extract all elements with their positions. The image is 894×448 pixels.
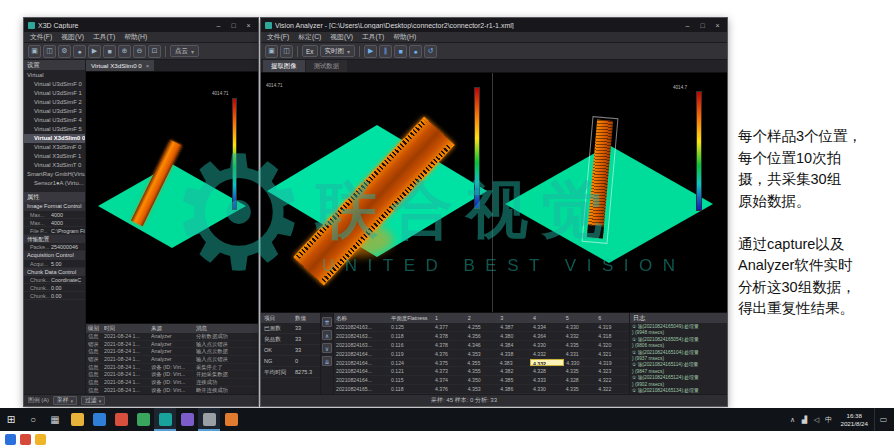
tab-test-data[interactable]: 测试数据 xyxy=(306,60,348,72)
table-row[interactable]: 20210824163...0.1184.3784.3564.3804.3644… xyxy=(334,332,629,341)
tree-item[interactable]: Virtual X3dSlim0 0 xyxy=(24,134,85,143)
menu-item[interactable]: 文件(F) xyxy=(30,32,52,42)
ex-button[interactable]: Ex xyxy=(302,45,318,57)
property-row[interactable]: Chunk...0.00 xyxy=(24,284,85,292)
log-row[interactable]: 信息2021-08-24 1...设备 (ID: Virt...断开连接成功 xyxy=(86,387,258,394)
table-row[interactable]: 20210824164...0.1214.3734.3554.3824.3284… xyxy=(334,367,629,376)
summary-row[interactable]: NG0 xyxy=(261,356,320,367)
log-row[interactable]: 信息2021-08-24 1...设备 (ID: Virt...开始采集数据 xyxy=(86,371,258,379)
start-button[interactable]: ⊞ xyxy=(0,408,22,431)
menu-item[interactable]: 工具(T) xyxy=(93,32,115,42)
scroll-up-icon[interactable]: ∧ xyxy=(322,330,332,340)
stop-icon[interactable]: ■ xyxy=(394,45,407,58)
open-folder-icon[interactable]: ◫ xyxy=(280,45,293,58)
ime-indicator[interactable]: 中 xyxy=(822,408,834,431)
tree-item[interactable]: Virtual U3dSimF 0 xyxy=(24,80,85,89)
summary-row[interactable]: OK33 xyxy=(261,345,320,356)
display-mode-dropdown[interactable]: 实时图 xyxy=(320,45,356,57)
menu-item[interactable]: 视图(V) xyxy=(330,32,353,42)
log-text[interactable]: ① 输(20210824165049):处理量 ) (9948 msecs) ①… xyxy=(630,323,727,394)
menu-item[interactable]: 工具(T) xyxy=(362,32,384,42)
log-row[interactable]: 错误2021-08-24 1...Analyzer输入点云错误 xyxy=(86,356,258,364)
app-icon-purple[interactable] xyxy=(176,408,198,431)
scroll-bottom-icon[interactable]: ⇊ xyxy=(322,356,332,366)
file-explorer-icon[interactable] xyxy=(66,408,88,431)
analyzer-3d-viewport-secondary[interactable]: 4014.7 xyxy=(493,73,727,312)
table-column-header[interactable]: 4 xyxy=(531,313,564,323)
shortcut-red[interactable] xyxy=(20,434,31,445)
tree-item[interactable]: Virtual U3dSimF 3 xyxy=(24,107,85,116)
zoom-in-icon[interactable]: ⊕ xyxy=(118,45,131,58)
app-icon-orange[interactable] xyxy=(220,408,242,431)
menu-item[interactable]: 视图(V) xyxy=(61,32,84,42)
table-column-header[interactable]: 1 xyxy=(433,313,466,323)
scroll-top-icon[interactable]: ⇈ xyxy=(322,317,332,327)
property-row[interactable]: Chunk...0.00 xyxy=(24,292,85,300)
log-row[interactable]: 信息2021-08-24 1...设备 (ID: Virt...采集停止了 xyxy=(86,364,258,372)
run-icon[interactable]: ▶ xyxy=(364,45,377,58)
table-row[interactable]: 20210824165...0.1184.3764.3534.3864.3304… xyxy=(334,385,629,394)
loop-icon[interactable]: ↺ xyxy=(424,45,437,58)
settings-icon[interactable]: ⚙ xyxy=(58,45,71,58)
log-row[interactable]: 信息2021-08-24 1...Analyzer输入点云数据 xyxy=(86,348,258,356)
analyzer-3d-viewport-main[interactable]: 4014.71 xyxy=(261,73,493,312)
table-row[interactable]: 20210824163...0.1164.3784.3464.3844.3304… xyxy=(334,341,629,350)
filter-dropdown[interactable]: 过滤 xyxy=(81,396,105,405)
close-button[interactable]: × xyxy=(710,19,725,31)
menu-item[interactable]: 标定(C) xyxy=(298,32,321,42)
capture-titlebar[interactable]: X3D Capture – □ × xyxy=(24,18,258,32)
table-column-header[interactable]: 2 xyxy=(466,313,499,323)
capture-3d-viewport[interactable]: 4014.71 xyxy=(86,72,258,323)
table-column-header[interactable]: 名称 xyxy=(334,313,389,323)
table-row[interactable]: 20210824164...0.1194.3764.3534.3384.3324… xyxy=(334,350,629,359)
tree-item[interactable]: Virtual U3dSimF 4 xyxy=(24,116,85,125)
capture-app-icon[interactable] xyxy=(154,408,176,431)
taskbar-clock[interactable]: 16:38 2021/8/24 xyxy=(836,412,872,427)
table-column-header[interactable]: 平面度Flatness xyxy=(389,313,433,323)
viewport-tab[interactable]: Virtual X3dSlim0 0 xyxy=(86,60,154,71)
property-row[interactable]: Chunk...CoordinateC xyxy=(24,276,85,284)
edge-icon[interactable] xyxy=(88,408,110,431)
property-row[interactable]: Acqui...5.00 xyxy=(24,260,85,268)
open-folder-icon[interactable]: ◫ xyxy=(43,45,56,58)
tray-expand-icon[interactable]: ∧ xyxy=(786,408,798,431)
property-row[interactable]: Packe...254000046 xyxy=(24,243,85,251)
menu-item[interactable]: 帮助(H) xyxy=(393,32,416,42)
record-icon[interactable]: ● xyxy=(409,45,422,58)
shortcut-yellow[interactable] xyxy=(35,434,46,445)
search-button[interactable]: ○ xyxy=(22,408,44,431)
table-column-header[interactable]: 6 xyxy=(596,313,629,323)
shortcut-blue[interactable] xyxy=(5,434,16,445)
summary-row[interactable]: 良品数33 xyxy=(261,334,320,345)
close-button[interactable]: × xyxy=(241,19,256,31)
log-row[interactable]: 信息2021-08-24 1...Analyzer分析数据成功 xyxy=(86,333,258,341)
table-row[interactable]: 20210824163...0.1254.3774.2554.3874.3344… xyxy=(334,323,629,332)
tree-item[interactable]: Virtual U3dSimF 2 xyxy=(24,98,85,107)
property-row[interactable]: File P...C:\Program Fil... xyxy=(24,227,85,235)
stop-icon[interactable]: ■ xyxy=(103,45,116,58)
tree-item[interactable]: SmartRay GmbH(Virtual... xyxy=(24,170,85,179)
log-row[interactable]: 信息2021-08-24 1...设备 (ID: Virt...连接成功 xyxy=(86,379,258,387)
menu-item[interactable]: 帮助(H) xyxy=(124,32,147,42)
summary-row[interactable]: 已测数33 xyxy=(261,323,320,334)
menu-item[interactable]: 文件(F) xyxy=(267,32,289,42)
action-center-icon[interactable]: ▭ xyxy=(874,408,892,431)
tree-item[interactable]: Virtual X3dSimT 0 xyxy=(24,161,85,170)
app-icon-green[interactable] xyxy=(132,408,154,431)
zoom-out-icon[interactable]: ⊖ xyxy=(133,45,146,58)
view-mode-dropdown[interactable]: 点云 xyxy=(170,45,199,57)
maximize-button[interactable]: □ xyxy=(695,19,710,31)
browser-icon[interactable] xyxy=(110,408,132,431)
analyzer-app-icon[interactable] xyxy=(198,408,220,431)
tree-item[interactable]: Virtual U3dSimF 1 xyxy=(24,89,85,98)
tree-item[interactable]: Virtual xyxy=(24,71,85,80)
tab-extract-image[interactable]: 提取图像 xyxy=(263,60,305,72)
table-column-header[interactable]: 5 xyxy=(564,313,597,323)
record-icon[interactable]: ● xyxy=(73,45,86,58)
table-row[interactable]: 20210824164...0.1154.3744.3504.3854.3334… xyxy=(334,376,629,385)
play-icon[interactable]: ▶ xyxy=(88,45,101,58)
tree-item[interactable]: Virtual X3dSimF 0 xyxy=(24,143,85,152)
table-column-header[interactable]: 3 xyxy=(498,313,531,323)
tree-item[interactable]: Sensor1●A (Virtu... xyxy=(24,179,85,188)
property-row[interactable]: Max...4000 xyxy=(24,219,85,227)
